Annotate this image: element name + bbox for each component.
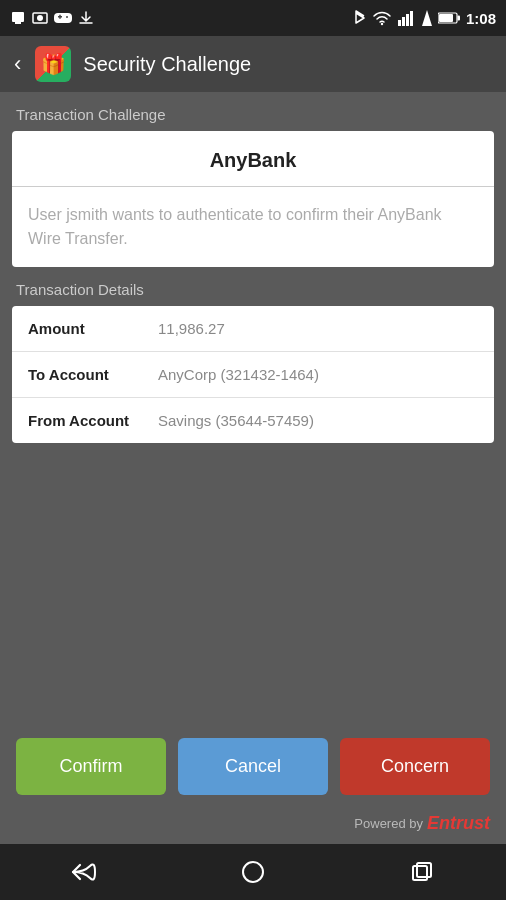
svg-rect-10 [402, 17, 405, 26]
transaction-challenge-header: Transaction Challenge [0, 92, 506, 131]
app-bar: ‹ Security Challenge [0, 36, 506, 92]
nav-bar [0, 844, 506, 900]
back-arrow-icon[interactable]: ‹ [14, 51, 21, 77]
nav-back-icon [70, 861, 98, 883]
from-account-value: Savings (35644-57459) [158, 412, 314, 429]
svg-rect-11 [406, 14, 409, 26]
svg-rect-16 [457, 16, 460, 21]
svg-marker-13 [422, 10, 432, 26]
app-bar-title: Security Challenge [83, 53, 251, 76]
detail-row-to-account: To Account AnyCorp (321432-1464) [12, 352, 494, 398]
to-account-label: To Account [28, 366, 158, 383]
nav-recent-icon [411, 861, 433, 883]
app-icon [35, 46, 71, 82]
cancel-button[interactable]: Cancel [178, 738, 328, 795]
detail-row-amount: Amount 11,986.27 [12, 306, 494, 352]
photo-icon [32, 10, 48, 26]
card-bank-title: AnyBank [12, 131, 494, 187]
amount-label: Amount [28, 320, 158, 337]
nav-home-icon [241, 860, 265, 884]
time-display: 1:08 [466, 10, 496, 27]
signal-arrow-icon [422, 10, 432, 26]
signal-icon [398, 10, 416, 26]
svg-rect-15 [439, 14, 453, 22]
svg-rect-6 [59, 15, 61, 19]
download-icon [78, 10, 94, 26]
svg-point-7 [66, 16, 68, 18]
flex-spacer [0, 443, 506, 722]
svg-rect-9 [398, 20, 401, 26]
nav-home-button[interactable] [228, 852, 278, 892]
main-content: Transaction Challenge AnyBank User jsmit… [0, 92, 506, 844]
from-account-label: From Account [28, 412, 158, 429]
detail-row-from-account: From Account Savings (35644-57459) [12, 398, 494, 443]
transaction-details-card: Amount 11,986.27 To Account AnyCorp (321… [12, 306, 494, 443]
powered-by-prefix: Powered by [354, 816, 423, 831]
svg-point-17 [243, 862, 263, 882]
battery-icon [438, 12, 460, 24]
notification-icon [10, 10, 26, 26]
status-bar: 1:08 [0, 0, 506, 36]
nav-back-button[interactable] [59, 852, 109, 892]
wifi-icon [372, 10, 392, 26]
svg-point-8 [381, 23, 383, 25]
svg-rect-4 [54, 13, 72, 23]
status-icons-right: 1:08 [354, 9, 496, 27]
transaction-challenge-card: AnyBank User jsmith wants to authenticat… [12, 131, 494, 267]
nav-recent-button[interactable] [397, 852, 447, 892]
to-account-value: AnyCorp (321432-1464) [158, 366, 319, 383]
svg-rect-1 [15, 22, 21, 24]
bluetooth-icon [354, 9, 366, 27]
status-icons-left [10, 10, 94, 26]
gamepad-icon [54, 11, 72, 25]
confirm-button[interactable]: Confirm [16, 738, 166, 795]
svg-rect-12 [410, 11, 413, 26]
transaction-details-header: Transaction Details [0, 267, 506, 306]
powered-by-brand: Entrust [427, 813, 490, 834]
concern-button[interactable]: Concern [340, 738, 490, 795]
amount-value: 11,986.27 [158, 320, 225, 337]
buttons-area: Confirm Cancel Concern [0, 722, 506, 809]
card-body-text: User jsmith wants to authenticate to con… [12, 187, 494, 267]
powered-by-bar: Powered by Entrust [0, 809, 506, 844]
svg-rect-0 [12, 12, 24, 22]
svg-point-3 [37, 15, 43, 21]
